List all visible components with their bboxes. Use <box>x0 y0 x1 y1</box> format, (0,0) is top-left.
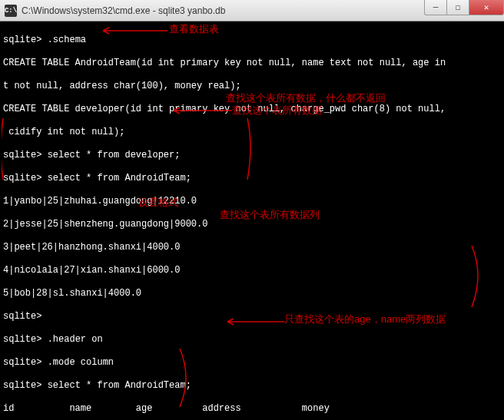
schema-line: cidify int not null); <box>3 127 501 138</box>
prompt: sqlite> <box>3 380 41 391</box>
close-button[interactable]: ✕ <box>469 0 504 15</box>
raw-row: 4|nicolala|27|xian.shanxi|6000.0 <box>3 265 501 276</box>
terminal-output[interactable]: sqlite> .schema CREATE TABLE AndroidTeam… <box>0 21 504 420</box>
schema-line: CREATE TABLE AndroidTeam(id int primary … <box>3 58 501 69</box>
cmd-header-on: .header on <box>48 334 103 345</box>
cmd-mode-column: .mode column <box>48 357 114 368</box>
window-titlebar: C:\ C:\Windows\system32\cmd.exe - sqlite… <box>0 0 504 21</box>
raw-row: 1|yanbo|25|zhuhai.guangdong|12210.0 <box>3 196 501 207</box>
schema-line: t not null, address char(100), money rea… <box>3 81 501 92</box>
maximize-button[interactable]: ☐ <box>446 0 469 15</box>
window-title: C:\Windows\system32\cmd.exe - sqlite3 ya… <box>22 5 425 16</box>
col-header-row: id name age address money <box>3 403 501 415</box>
prompt: sqlite> <box>3 357 41 368</box>
cmd-icon: C:\ <box>5 5 17 17</box>
prompt: sqlite> <box>3 173 41 184</box>
cmd-schema: .schema <box>48 35 86 45</box>
prompt: sqlite> <box>3 35 41 45</box>
raw-row: 5|bob|28|sl.shanxi|4000.0 <box>3 288 501 299</box>
cmd-select-team2: select * from AndroidTeam; <box>48 380 191 391</box>
bracket-icon <box>2 244 486 310</box>
cmd-select-dev: select * from developer; <box>48 150 181 160</box>
minimize-button[interactable]: — <box>424 0 447 15</box>
prompt: sqlite> <box>3 150 41 160</box>
raw-row: 2|jesse|25|shenzheng.guangdong|9000.0 <box>3 219 501 230</box>
raw-row: 3|peet|26|hanzhong.shanxi|4000.0 <box>3 242 501 253</box>
annotation-dev: 查找这个表所有数据，什么都不返回 <box>226 92 386 104</box>
cmd-select-team: select * from AndroidTeam; <box>48 173 191 184</box>
prompt: sqlite> <box>3 334 41 345</box>
annotation-schema: 查看数据表 <box>169 23 219 35</box>
prompt: sqlite> <box>3 311 41 322</box>
schema-line: CREATE TABLE developer(id int primary ke… <box>3 104 501 115</box>
